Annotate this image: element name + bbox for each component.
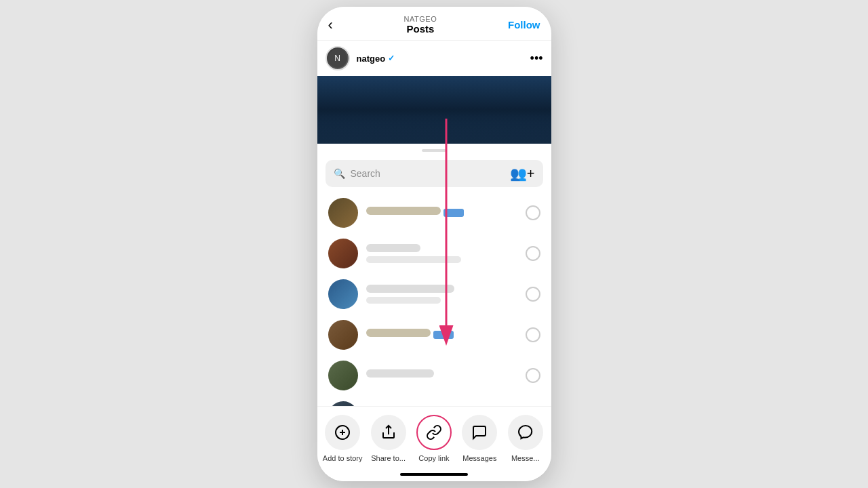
share-to-button[interactable]: Share to... — [368, 415, 409, 462]
post-username: natgeo ✓ — [357, 54, 530, 64]
nav-center: NATGEO Posts — [404, 15, 437, 35]
contact-name — [366, 285, 454, 293]
contact-avatar — [328, 279, 358, 309]
contact-name — [366, 369, 434, 378]
list-item[interactable] — [317, 355, 551, 396]
contact-tag — [443, 209, 464, 217]
post-image-overlay — [317, 117, 551, 144]
contact-name — [366, 207, 441, 215]
contact-radio[interactable] — [526, 246, 540, 261]
nav-username: NATGEO — [404, 15, 437, 23]
contact-info — [366, 369, 526, 382]
list-item[interactable] — [317, 233, 551, 274]
list-item[interactable] — [317, 314, 551, 355]
add-people-button[interactable]: 👥+ — [510, 165, 535, 182]
contact-info — [366, 244, 526, 263]
contact-tag — [433, 331, 454, 339]
post-image — [317, 76, 551, 144]
follow-button[interactable]: Follow — [508, 19, 540, 30]
contact-avatar — [328, 239, 358, 268]
contact-radio[interactable] — [526, 205, 540, 220]
contact-radio[interactable] — [526, 327, 540, 342]
list-item[interactable] — [317, 192, 551, 233]
contact-radio[interactable] — [526, 368, 540, 383]
copy-link-label: Copy link — [418, 454, 449, 462]
messenger-button[interactable]: Messe... — [505, 415, 546, 462]
contact-info — [366, 207, 526, 219]
search-icon: 🔍 — [334, 168, 345, 179]
contact-info — [366, 329, 526, 341]
contact-info — [366, 285, 526, 304]
messenger-label: Messe... — [511, 454, 540, 462]
contact-avatar — [328, 361, 358, 390]
avatar: N — [326, 46, 350, 70]
contact-list — [317, 192, 551, 406]
search-bar[interactable]: 🔍 Search 👥+ — [326, 160, 543, 187]
copy-link-button[interactable]: Copy link — [414, 415, 454, 462]
phone-frame: ‹ NATGEO Posts Follow N natgeo ✓ ••• 🔍 S… — [317, 7, 551, 481]
more-button[interactable]: ••• — [530, 52, 543, 66]
contact-sub — [366, 297, 441, 304]
bottom-actions: Add to story Share to... — [317, 406, 551, 468]
list-item[interactable] — [317, 396, 551, 406]
top-nav: ‹ NATGEO Posts Follow — [317, 7, 551, 41]
share-to-icon — [371, 415, 406, 450]
copy-link-icon — [416, 415, 452, 450]
contact-sub — [366, 256, 461, 263]
contact-avatar — [328, 401, 358, 406]
add-to-story-icon — [325, 415, 360, 450]
add-to-story-button[interactable]: Add to story — [322, 415, 363, 462]
verified-badge: ✓ — [388, 54, 395, 63]
home-indicator — [317, 468, 551, 481]
contact-name — [366, 329, 431, 337]
contact-avatar — [328, 320, 358, 350]
messages-icon — [462, 415, 497, 450]
messages-label: Messages — [462, 454, 496, 462]
contact-avatar — [328, 198, 358, 228]
bottom-sheet: 🔍 Search 👥+ — [317, 144, 551, 481]
messenger-icon — [508, 415, 543, 450]
back-button[interactable]: ‹ — [328, 16, 333, 34]
avatar-inner: N — [328, 49, 347, 68]
action-buttons: Add to story Share to... — [317, 415, 551, 462]
sheet-handle — [422, 149, 446, 152]
contact-radio[interactable] — [526, 287, 540, 302]
post-header: N natgeo ✓ ••• — [317, 41, 551, 76]
home-bar — [400, 473, 468, 476]
list-item[interactable] — [317, 274, 551, 314]
username-text: natgeo — [357, 54, 386, 64]
messages-button[interactable]: Messages — [459, 415, 500, 462]
search-input[interactable]: Search — [351, 168, 510, 179]
nav-title: Posts — [404, 23, 437, 35]
contact-name — [366, 244, 420, 252]
share-to-label: Share to... — [371, 454, 406, 462]
add-to-story-label: Add to story — [323, 454, 363, 462]
